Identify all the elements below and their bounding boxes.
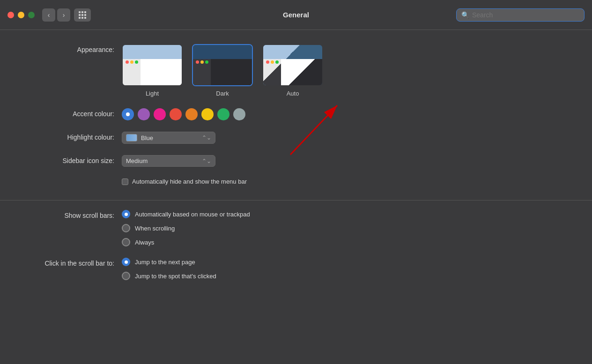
titlebar: ‹ › General 🔍 bbox=[0, 0, 592, 30]
menu-bar-control: Automatically hide and show the menu bar bbox=[122, 178, 247, 189]
settings-section: Appearance: bbox=[0, 44, 592, 189]
appearance-auto-label: Auto bbox=[287, 90, 299, 97]
show-scroll-bars-row: Show scroll bars: Automatically based on… bbox=[19, 210, 573, 246]
click-scroll-spot-label: Jump to the spot that's clicked bbox=[135, 273, 216, 280]
main-content: Appearance: bbox=[0, 30, 592, 305]
scroll-bars-auto-label: Automatically based on mouse or trackpad bbox=[135, 211, 250, 218]
sidebar-icon-size-control: Medium ⌃⌄ bbox=[122, 155, 215, 167]
grid-icon bbox=[79, 11, 86, 19]
highlight-colour-label: Highlight colour: bbox=[19, 132, 122, 141]
menu-bar-checkbox-label: Automatically hide and show the menu bar bbox=[132, 178, 247, 185]
sidebar-icon-size-row: Sidebar icon size: Medium ⌃⌄ bbox=[19, 155, 573, 167]
scroll-bars-always-label: Always bbox=[135, 239, 154, 246]
appearance-thumb-dark bbox=[192, 44, 253, 86]
accent-graphite[interactable] bbox=[233, 108, 245, 120]
show-scroll-bars-control: Automatically based on mouse or trackpad… bbox=[122, 210, 250, 246]
sidebar-icon-size-label: Sidebar icon size: bbox=[19, 155, 122, 164]
window-title: General bbox=[283, 11, 309, 19]
nav-buttons: ‹ › bbox=[42, 8, 91, 22]
appearance-option-light[interactable]: Light bbox=[122, 44, 183, 97]
appearance-options: Light bbox=[122, 44, 323, 97]
menu-bar-checkbox-row: Automatically hide and show the menu bar bbox=[122, 178, 247, 185]
menu-bar-empty-label bbox=[19, 178, 122, 180]
click-scroll-bar-row: Click in the scroll bar to: Jump to the … bbox=[19, 258, 573, 280]
scroll-bars-scrolling-row: When scrolling bbox=[122, 224, 250, 232]
accent-colours bbox=[122, 108, 245, 120]
highlight-colour-control: Blue ⌃⌄ bbox=[122, 132, 215, 144]
accent-colour-control bbox=[122, 108, 245, 120]
grid-button[interactable] bbox=[74, 8, 91, 22]
highlight-colour-swatch bbox=[126, 134, 137, 141]
accent-yellow[interactable] bbox=[201, 108, 214, 120]
appearance-row: Appearance: bbox=[19, 44, 573, 97]
click-scroll-next-page-label: Jump to the next page bbox=[135, 259, 195, 266]
accent-orange[interactable] bbox=[185, 108, 198, 120]
traffic-lights bbox=[7, 12, 35, 18]
appearance-thumb-auto bbox=[262, 44, 323, 86]
accent-pink[interactable] bbox=[154, 108, 166, 120]
scroll-bars-radio-group: Automatically based on mouse or trackpad… bbox=[122, 210, 250, 246]
scroll-bars-scrolling-radio[interactable] bbox=[122, 224, 130, 232]
accent-colour-row: Accent colour: bbox=[19, 108, 573, 120]
scroll-bars-always-radio[interactable] bbox=[122, 238, 130, 246]
sidebar-icon-size-value: Medium bbox=[126, 157, 198, 164]
scroll-bars-auto-row: Automatically based on mouse or trackpad bbox=[122, 210, 250, 218]
accent-purple[interactable] bbox=[138, 108, 150, 120]
dropdown-arrow-2-icon: ⌃⌄ bbox=[202, 158, 211, 164]
maximize-button[interactable] bbox=[28, 12, 35, 18]
minimize-button[interactable] bbox=[18, 12, 24, 18]
appearance-option-dark[interactable]: Dark bbox=[192, 44, 253, 97]
appearance-light-label: Light bbox=[146, 90, 159, 97]
menu-bar-checkbox[interactable] bbox=[122, 178, 128, 185]
scroll-bars-auto-radio[interactable] bbox=[122, 210, 130, 218]
section-divider bbox=[0, 200, 592, 201]
accent-blue[interactable] bbox=[122, 108, 134, 120]
click-scroll-spot-radio[interactable] bbox=[122, 272, 130, 280]
dropdown-arrow-icon: ⌃⌄ bbox=[202, 134, 211, 141]
forward-button[interactable]: › bbox=[57, 8, 70, 22]
highlight-colour-value: Blue bbox=[141, 134, 198, 141]
appearance-thumb-light bbox=[122, 44, 183, 86]
scroll-bars-always-row: Always bbox=[122, 238, 250, 246]
search-input[interactable] bbox=[472, 11, 579, 19]
menu-bar-row: Automatically hide and show the menu bar bbox=[19, 178, 573, 189]
close-button[interactable] bbox=[7, 12, 14, 18]
click-scroll-spot-row: Jump to the spot that's clicked bbox=[122, 272, 216, 280]
accent-green[interactable] bbox=[217, 108, 229, 120]
click-scroll-next-page-radio[interactable] bbox=[122, 258, 130, 266]
appearance-dark-label: Dark bbox=[216, 90, 229, 97]
show-scroll-bars-label: Show scroll bars: bbox=[19, 210, 122, 219]
sidebar-icon-size-dropdown[interactable]: Medium ⌃⌄ bbox=[122, 155, 215, 167]
appearance-option-auto[interactable]: Auto bbox=[262, 44, 323, 97]
appearance-control: Light bbox=[122, 44, 323, 97]
click-scroll-next-page-row: Jump to the next page bbox=[122, 258, 216, 266]
click-scroll-bar-control: Jump to the next page Jump to the spot t… bbox=[122, 258, 216, 280]
click-scroll-bar-label: Click in the scroll bar to: bbox=[19, 258, 122, 267]
highlight-colour-row: Highlight colour: Blue ⌃⌄ bbox=[19, 132, 573, 144]
accent-red[interactable] bbox=[170, 108, 182, 120]
accent-colour-label: Accent colour: bbox=[19, 108, 122, 118]
scroll-settings-section: Show scroll bars: Automatically based on… bbox=[0, 210, 592, 280]
highlight-colour-dropdown[interactable]: Blue ⌃⌄ bbox=[122, 132, 215, 144]
back-button[interactable]: ‹ bbox=[42, 8, 55, 22]
click-scroll-bar-radio-group: Jump to the next page Jump to the spot t… bbox=[122, 258, 216, 280]
search-box[interactable]: 🔍 bbox=[456, 8, 585, 22]
scroll-bars-scrolling-label: When scrolling bbox=[135, 225, 175, 232]
search-icon: 🔍 bbox=[461, 11, 469, 19]
appearance-label: Appearance: bbox=[19, 44, 122, 53]
